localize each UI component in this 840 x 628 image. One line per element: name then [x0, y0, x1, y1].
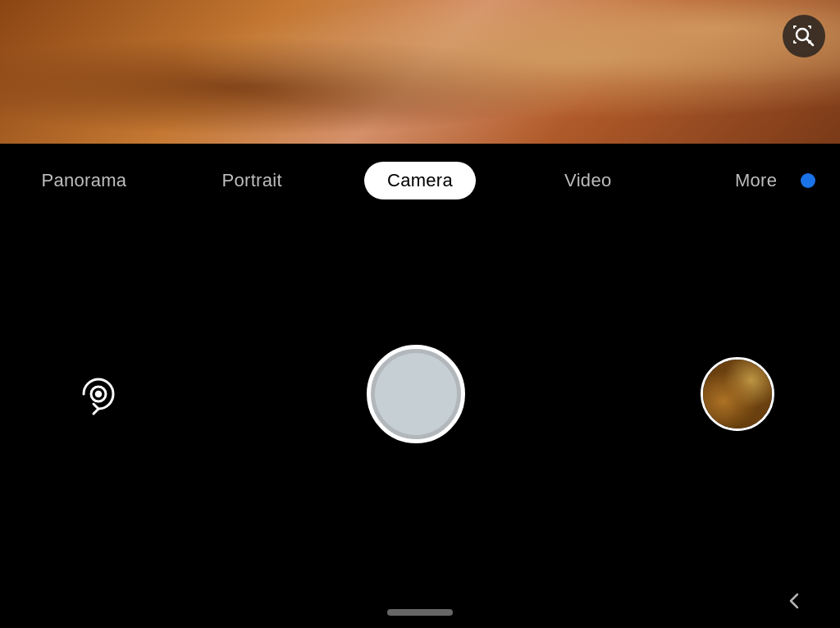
mode-video-label: Video [564, 170, 611, 191]
mode-portrait[interactable]: Portrait [168, 144, 336, 218]
mode-bar: Panorama Portrait Camera Video More [0, 144, 840, 218]
mode-panorama[interactable]: Panorama [0, 144, 168, 218]
controls-area [0, 218, 840, 571]
gallery-thumbnail[interactable] [701, 357, 774, 431]
bottom-bar [0, 571, 840, 628]
flip-camera-icon [69, 364, 128, 424]
back-chevron-icon [785, 591, 805, 611]
mode-video[interactable]: Video [504, 144, 672, 218]
viewfinder [0, 0, 840, 144]
lens-button[interactable] [783, 15, 825, 57]
mode-portrait-label: Portrait [222, 170, 282, 191]
shutter-button[interactable] [367, 345, 465, 443]
mode-more[interactable]: More [672, 144, 840, 218]
mode-panorama-label: Panorama [41, 170, 126, 191]
gallery-image [703, 360, 772, 429]
mode-camera[interactable]: Camera [336, 144, 504, 218]
svg-point-3 [96, 392, 101, 397]
mode-camera-active-bg: Camera [364, 162, 476, 199]
blue-dot-indicator [801, 173, 815, 188]
flip-camera-button[interactable] [66, 361, 131, 427]
mode-more-label: More [735, 170, 777, 191]
mode-camera-label: Camera [387, 170, 453, 191]
lens-icon [792, 24, 816, 48]
home-indicator[interactable] [387, 609, 453, 616]
back-button[interactable] [783, 589, 807, 613]
svg-line-1 [806, 39, 813, 45]
